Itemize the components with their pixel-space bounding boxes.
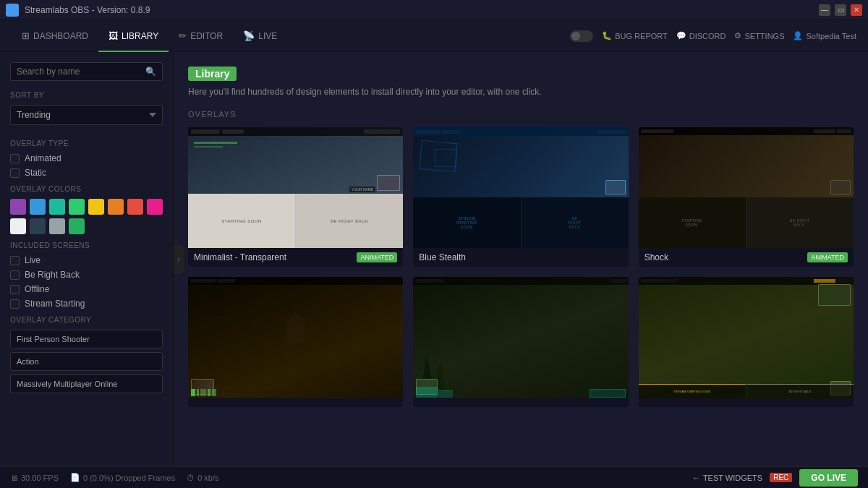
- badge-minimalist: ANIMATED: [357, 252, 397, 262]
- title-bar: Streamlabs OBS - Version: 0.8.9 — ▭ ✕: [0, 0, 868, 20]
- category-action[interactable]: Action: [10, 352, 163, 371]
- profile-button[interactable]: 👤 Softpedia Test: [793, 31, 856, 40]
- color-swatch-orange[interactable]: [108, 199, 124, 215]
- page-title: Library: [188, 67, 237, 81]
- bug-report-button[interactable]: 🐛 BUG REPORT: [602, 31, 668, 40]
- window-controls: — ▭ ✕: [819, 4, 862, 16]
- status-fps: 🖥 30.00 FPS: [10, 474, 59, 482]
- app-logo: [6, 4, 19, 17]
- nav-item-library[interactable]: 🖼 LIBRARY: [98, 20, 169, 52]
- stream-starting-checkbox[interactable]: [10, 299, 20, 309]
- color-swatch-green[interactable]: [69, 199, 85, 215]
- sort-label: SORT BY: [10, 91, 163, 99]
- color-swatch-gray[interactable]: [49, 218, 65, 234]
- toggle-switch[interactable]: [570, 30, 593, 42]
- status-dropped-frames: 📄 0 (0.0%) Dropped Frames: [70, 473, 175, 482]
- page-description: Here you'll find hundreds of design elem…: [188, 87, 854, 97]
- stream-starting-checkbox-row[interactable]: Stream Starting: [10, 299, 163, 309]
- badge-shock: ANIMATED: [807, 252, 848, 262]
- animated-label: Animated: [25, 153, 61, 163]
- display-icon: 🖥: [10, 474, 18, 482]
- clock-icon: ⏱: [187, 474, 195, 482]
- minimize-button[interactable]: —: [819, 4, 830, 16]
- category-fps[interactable]: First Person Shooter: [10, 330, 163, 348]
- live-screen-label: Live: [25, 255, 41, 265]
- color-swatch-purple[interactable]: [10, 199, 26, 215]
- nav-item-dashboard[interactable]: ⊞ DASHBOARD: [12, 20, 98, 52]
- test-widgets-button[interactable]: ← TEST WIDGETS: [692, 474, 762, 482]
- card-thumbnail-minimalist: YOUR NAME STARTING SOON BE RIGHT BACK: [188, 127, 403, 248]
- color-swatch-yellow[interactable]: [88, 199, 104, 215]
- color-swatch-red[interactable]: [127, 199, 143, 215]
- color-swatch-darkgreen[interactable]: [69, 218, 85, 234]
- live-checkbox-row[interactable]: Live: [10, 255, 163, 265]
- card-thumbnail-fps: [188, 277, 403, 398]
- color-swatch-white[interactable]: [10, 218, 26, 234]
- status-bandwidth: ⏱ 0 kb/s: [187, 474, 218, 482]
- nav-item-live[interactable]: 📡 LIVE: [233, 20, 287, 52]
- arrow-left-icon: ←: [692, 474, 700, 482]
- overlay-grid: YOUR NAME STARTING SOON BE RIGHT BACK: [188, 127, 854, 407]
- bug-icon: 🐛: [602, 31, 612, 40]
- category-mmo[interactable]: Massively Multiplayer Online: [10, 374, 163, 393]
- search-box: 🔍: [10, 62, 163, 81]
- go-live-button[interactable]: GO LIVE: [799, 469, 858, 487]
- overlay-card-blue-stealth[interactable]: STREAMSTARTINGSOON BERIGHTBACK Blue Stea…: [413, 127, 628, 267]
- sort-select[interactable]: Trending Newest Most Popular: [10, 105, 163, 125]
- be-right-back-label: Be Right Back: [25, 270, 80, 280]
- be-right-back-checkbox[interactable]: [10, 270, 20, 280]
- overlay-colors-label: OVERLAY COLORS: [10, 185, 163, 193]
- stream-starting-label: Stream Starting: [25, 299, 85, 309]
- animated-checkbox[interactable]: [10, 154, 20, 163]
- color-swatch-pink[interactable]: [147, 199, 163, 215]
- library-icon: 🖼: [109, 30, 118, 41]
- overlay-type-label: OVERLAY TYPE: [10, 140, 163, 147]
- card-title-minimalist: Minimalist - Transparent: [194, 252, 286, 262]
- offline-checkbox-row[interactable]: Offline: [10, 284, 163, 294]
- color-grid: [10, 199, 163, 234]
- nav-bar: ⊞ DASHBOARD 🖼 LIBRARY ✏ EDITOR 📡 LIVE 🐛 …: [0, 20, 868, 52]
- card-bottom-skyrim: [413, 398, 628, 406]
- color-swatch-teal[interactable]: [49, 199, 65, 215]
- animated-checkbox-row[interactable]: Animated: [10, 153, 163, 163]
- overlay-card-skyrim[interactable]: [413, 277, 628, 406]
- discord-button[interactable]: 💬 DISCORD: [676, 31, 726, 40]
- settings-button[interactable]: ⚙ SETTINGS: [734, 31, 784, 40]
- static-checkbox[interactable]: [10, 168, 20, 178]
- status-bar: 🖥 30.00 FPS 📄 0 (0.0%) Dropped Frames ⏱ …: [0, 466, 868, 488]
- card-bottom-blue-stealth: Blue Stealth: [413, 248, 628, 267]
- main-layout: 🔍 SORT BY Trending Newest Most Popular O…: [0, 52, 868, 466]
- overlay-category-label: OVERLAY CATEGORY: [10, 316, 163, 324]
- card-title-blue-stealth: Blue Stealth: [419, 252, 466, 262]
- color-swatch-dark[interactable]: [30, 218, 46, 234]
- card-bottom-pubg: [639, 398, 854, 407]
- overlay-card-pubg[interactable]: STREAM STARTING SOON BE RIGHT BACK: [639, 277, 854, 406]
- card-thumbnail-shock: STARTINGSOON. BE RIGHTBACK.: [639, 127, 854, 248]
- overlay-card-minimalist[interactable]: YOUR NAME STARTING SOON BE RIGHT BACK: [188, 127, 403, 267]
- overlay-card-fps[interactable]: [188, 277, 403, 406]
- overlay-card-shock[interactable]: STARTINGSOON. BE RIGHTBACK. Shock ANIMAT…: [639, 127, 854, 267]
- card-thumbnail-blue-stealth: STREAMSTARTINGSOON BERIGHTBACK: [413, 127, 628, 248]
- live-icon: 📡: [243, 30, 255, 41]
- card-bottom-minimalist: Minimalist - Transparent ANIMATED: [188, 248, 403, 267]
- card-bottom-shock: Shock ANIMATED: [639, 248, 854, 267]
- profile-icon: 👤: [793, 31, 803, 40]
- nav-item-editor[interactable]: ✏ EDITOR: [169, 20, 233, 52]
- maximize-button[interactable]: ▭: [835, 4, 846, 16]
- sidebar-collapse-arrow[interactable]: ›: [174, 245, 184, 274]
- live-checkbox[interactable]: [10, 256, 20, 265]
- close-button[interactable]: ✕: [851, 4, 862, 16]
- card-thumbnail-skyrim: [413, 277, 628, 398]
- search-icon[interactable]: 🔍: [145, 67, 156, 77]
- settings-icon: ⚙: [734, 31, 741, 40]
- sidebar: 🔍 SORT BY Trending Newest Most Popular O…: [0, 52, 174, 466]
- search-input[interactable]: [17, 67, 145, 77]
- offline-checkbox[interactable]: [10, 285, 20, 294]
- static-checkbox-row[interactable]: Static: [10, 168, 163, 178]
- be-right-back-checkbox-row[interactable]: Be Right Back: [10, 270, 163, 280]
- app-title: Streamlabs OBS - Version: 0.8.9: [25, 5, 819, 15]
- color-swatch-blue[interactable]: [30, 199, 46, 215]
- card-bottom-fps: [188, 398, 403, 406]
- card-title-shock: Shock: [644, 252, 668, 262]
- nav-right: 🐛 BUG REPORT 💬 DISCORD ⚙ SETTINGS 👤 Soft…: [570, 30, 856, 42]
